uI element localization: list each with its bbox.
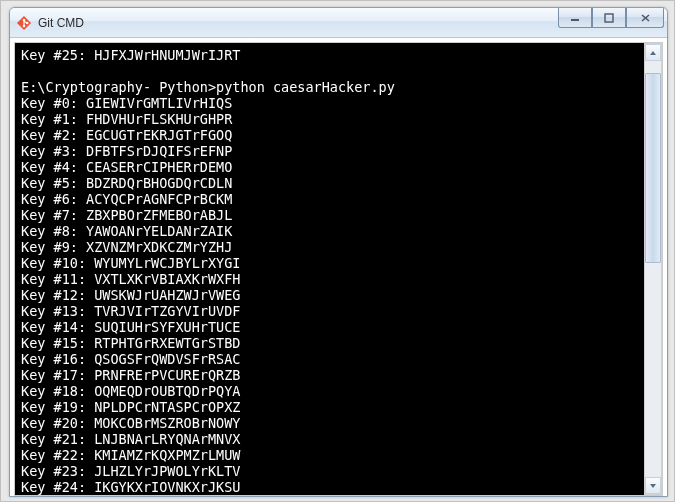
terminal-line: Key #16: QSOGSFrQWDVSFrRSAC [21,351,656,367]
minimize-button[interactable] [558,8,592,28]
scroll-down-button[interactable] [645,477,661,494]
terminal-line: Key #8: YAWOANrYELDANrZAIK [21,223,656,239]
terminal-line: Key #19: NPLDPCrNTASPCrOPXZ [21,399,656,415]
terminal-line: Key #2: EGCUGTrEKRJGTrFGOQ [21,127,656,143]
terminal-line: Key #1: FHDVHUrFLSKHUrGHPR [21,111,656,127]
terminal-line: Key #9: XZVNZMrXDKCZMrYZHJ [21,239,656,255]
terminal-output: Key #25: HJFXJWrHNUMJWrIJRT E:\Cryptogra… [21,47,656,496]
maximize-icon [604,13,614,23]
terminal-line: Key #4: CEASERrCIPHERrDEMO [21,159,656,175]
scroll-thumb[interactable] [645,73,661,263]
terminal-line: Key #11: VXTLXKrVBIAXKrWXFH [21,271,656,287]
titlebar[interactable]: Git CMD [10,8,667,38]
window-controls [558,8,664,28]
close-button[interactable] [626,8,664,28]
terminal-line: Key #25: HJFXJWrHNUMJWrIJRT [21,495,656,496]
chevron-down-icon [649,483,657,489]
terminal-line: Key #12: UWSKWJrUAHZWJrVWEG [21,287,656,303]
svg-rect-5 [571,19,579,21]
maximize-button[interactable] [592,8,626,28]
app-window: Git CMD Key #25: HJFXJWrHNUMJWrIJRT E:\ [9,7,668,497]
terminal-line: Key #10: WYUMYLrWCJBYLrXYGI [21,255,656,271]
terminal-line: Key #5: BDZRDQrBHOGDQrCDLN [21,175,656,191]
terminal-line: Key #25: HJFXJWrHNUMJWrIJRT [21,47,656,63]
terminal-line: E:\Cryptography- Python>python caesarHac… [21,79,656,95]
terminal-line [21,63,656,79]
app-icon [16,15,32,31]
terminal-line: Key #3: DFBTFSrDJQIFSrEFNP [21,143,656,159]
scroll-up-button[interactable] [645,44,661,61]
terminal-line: Key #24: IKGYKXrIOVNKXrJKSU [21,479,656,495]
terminal-line: Key #17: PRNFRErPVCURErQRZB [21,367,656,383]
vertical-scrollbar[interactable] [644,43,662,495]
terminal-line: Key #21: LNJBNArLRYQNArMNVX [21,431,656,447]
terminal-line: Key #18: OQMEQDrOUBTQDrPQYA [21,383,656,399]
terminal-line: Key #22: KMIAMZrKQXPMZrLMUW [21,447,656,463]
chevron-up-icon [649,50,657,56]
terminal-line: Key #20: MOKCOBrMSZROBrNOWY [21,415,656,431]
terminal-body[interactable]: Key #25: HJFXJWrHNUMJWrIJRT E:\Cryptogra… [14,42,663,496]
terminal-line: Key #23: JLHZLYrJPWOLYrKLTV [21,463,656,479]
terminal-line: Key #15: RTPHTGrRXEWTGrSTBD [21,335,656,351]
terminal-line: Key #7: ZBXPBOrZFMEBOrABJL [21,207,656,223]
terminal-line: Key #6: ACYQCPrAGNFCPrBCKM [21,191,656,207]
window-title: Git CMD [38,16,84,30]
minimize-icon [570,13,580,23]
terminal-line: Key #13: TVRJVIrTZGYVIrUVDF [21,303,656,319]
scroll-track[interactable] [645,61,661,477]
close-icon [640,13,651,23]
svg-rect-6 [605,14,613,22]
terminal-line: Key #0: GIEWIVrGMTLIVrHIQS [21,95,656,111]
terminal-line: Key #14: SUQIUHrSYFXUHrTUCE [21,319,656,335]
